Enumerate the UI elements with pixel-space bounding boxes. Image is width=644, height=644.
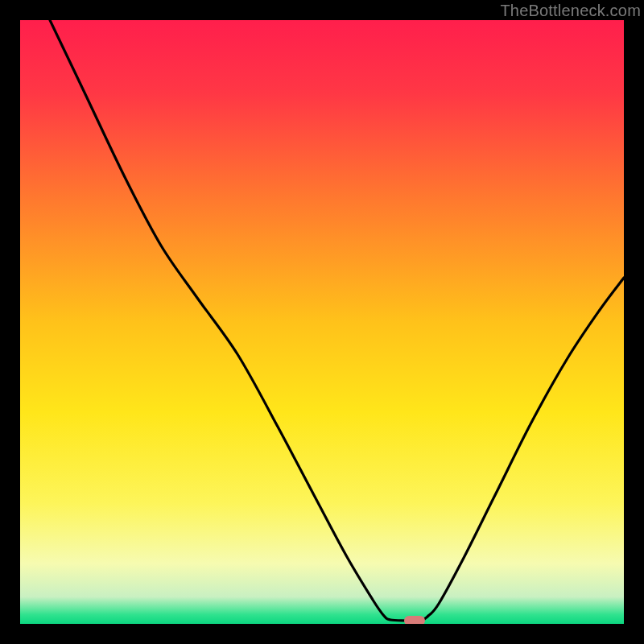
plot-area xyxy=(20,20,624,624)
chart-svg xyxy=(20,20,624,624)
chart-frame: TheBottleneck.com xyxy=(0,0,644,644)
optimum-marker xyxy=(404,616,425,624)
watermark-text: TheBottleneck.com xyxy=(500,2,641,20)
chart-background xyxy=(20,20,624,624)
